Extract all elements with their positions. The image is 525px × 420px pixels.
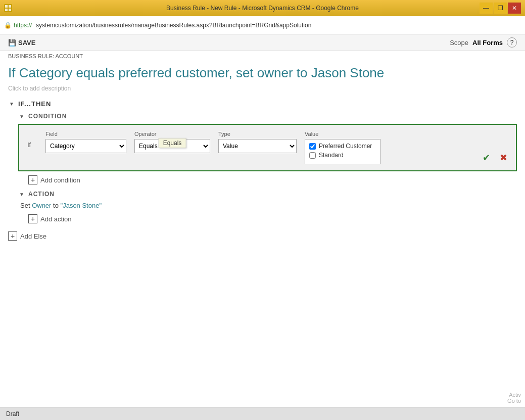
operator-select[interactable]: Equals	[134, 139, 210, 153]
action-to-word: to	[53, 202, 59, 209]
rule-title: If Category equals preferred customer, s…	[8, 65, 517, 81]
lock-icon: 🔒	[4, 22, 12, 29]
svg-rect-3	[9, 9, 11, 11]
if-then-header[interactable]: ▼ IF...THEN	[8, 100, 517, 108]
toolbar-right: Scope All Forms ?	[450, 37, 517, 48]
breadcrumb: BUSINESS RULE: Account	[0, 51, 525, 61]
secure-indicator: 🔒 https://	[4, 22, 32, 29]
help-button[interactable]: ?	[507, 37, 517, 48]
add-condition-plus-icon: +	[28, 175, 37, 184]
collapse-ifthen-icon: ▼	[8, 101, 15, 108]
add-else-row[interactable]: + Add Else	[8, 231, 517, 241]
app-icon	[4, 4, 12, 12]
svg-rect-1	[9, 5, 11, 8]
status-text: Draft	[6, 410, 19, 417]
protocol: https://	[14, 22, 32, 29]
type-group: Type Value	[218, 131, 297, 153]
scope-value[interactable]: All Forms	[472, 39, 503, 46]
main-content: If Category equals preferred customer, s…	[0, 61, 525, 249]
add-action-label: Add action	[40, 215, 71, 223]
watermark-line2: Go to	[507, 398, 521, 404]
window-controls: — ❐ ✕	[480, 3, 521, 14]
condition-block: ▼ CONDITION If Field Category	[18, 113, 517, 184]
standard-checkbox[interactable]	[309, 152, 316, 159]
action-value[interactable]: "Jason Stone"	[61, 202, 102, 209]
value-option-preferred: Preferred Customer	[309, 143, 376, 150]
collapse-action-icon: ▼	[18, 191, 25, 198]
save-button[interactable]: 💾 SAVE	[8, 39, 35, 46]
url-text[interactable]: systemcustomization/businessrules/manage…	[36, 22, 311, 29]
condition-panel: If Field Category Operator Equals	[18, 124, 517, 171]
action-set-word: Set	[20, 202, 30, 209]
action-label: ACTION	[28, 191, 55, 198]
watermark: Activ Go to	[507, 392, 521, 404]
value-option-standard: Standard	[309, 152, 376, 159]
preferred-customer-checkbox[interactable]	[309, 143, 316, 150]
confirm-condition-button[interactable]: ✔	[479, 150, 494, 165]
field-group: Field Category	[45, 131, 126, 153]
save-icon: 💾	[8, 39, 16, 46]
title-bar: Business Rule - New Rule - Microsoft Dyn…	[0, 0, 525, 16]
field-select[interactable]: Category	[45, 139, 126, 153]
action-block: ▼ ACTION Set Owner to "Jason Stone" + Ad…	[18, 191, 517, 223]
type-label: Type	[218, 131, 297, 137]
collapse-condition-icon: ▼	[18, 113, 25, 120]
scope-label: Scope	[450, 39, 468, 46]
value-options-box: Preferred Customer Standard	[305, 139, 380, 164]
add-condition-label: Add condition	[40, 176, 80, 184]
svg-rect-2	[5, 9, 8, 11]
condition-actions: ✔ ✖	[479, 150, 511, 165]
condition-label: CONDITION	[28, 113, 67, 120]
action-header[interactable]: ▼ ACTION	[18, 191, 517, 198]
add-condition-row[interactable]: + Add condition	[28, 175, 517, 184]
watermark-line1: Activ	[507, 392, 521, 398]
save-label: SAVE	[18, 39, 35, 46]
operator-group: Operator Equals Equals	[134, 131, 210, 153]
restore-button[interactable]: ❐	[494, 3, 507, 14]
add-else-plus-icon: +	[8, 231, 17, 241]
if-then-label: IF...THEN	[18, 100, 51, 108]
action-field[interactable]: Owner	[32, 202, 51, 209]
toolbar-left: 💾 SAVE	[8, 39, 35, 46]
condition-row: If Field Category Operator Equals	[27, 131, 508, 164]
operator-label: Operator	[134, 131, 210, 137]
window-title: Business Rule - New Rule - Microsoft Dyn…	[166, 5, 359, 12]
cancel-condition-button[interactable]: ✖	[496, 150, 511, 165]
standard-label[interactable]: Standard	[319, 152, 344, 159]
action-text: Set Owner to "Jason Stone"	[18, 202, 517, 209]
if-label: If	[27, 131, 37, 149]
value-group: Value Preferred Customer Standard	[305, 131, 380, 164]
add-description[interactable]: Click to add description	[8, 85, 517, 92]
add-action-plus-icon: +	[28, 214, 37, 223]
address-bar: 🔒 https:// systemcustomization/businessr…	[0, 16, 525, 34]
field-label: Field	[45, 131, 126, 137]
value-label: Value	[305, 131, 380, 137]
svg-rect-0	[5, 5, 8, 8]
minimize-button[interactable]: —	[480, 3, 493, 14]
add-else-label: Add Else	[20, 232, 46, 240]
toolbar: 💾 SAVE Scope All Forms ?	[0, 34, 525, 51]
status-bar: Draft	[0, 407, 525, 420]
close-button[interactable]: ✕	[508, 3, 521, 14]
add-action-row[interactable]: + Add action	[28, 214, 517, 223]
condition-header[interactable]: ▼ CONDITION	[18, 113, 517, 120]
type-select[interactable]: Value	[218, 139, 297, 153]
preferred-customer-label[interactable]: Preferred Customer	[319, 143, 372, 150]
